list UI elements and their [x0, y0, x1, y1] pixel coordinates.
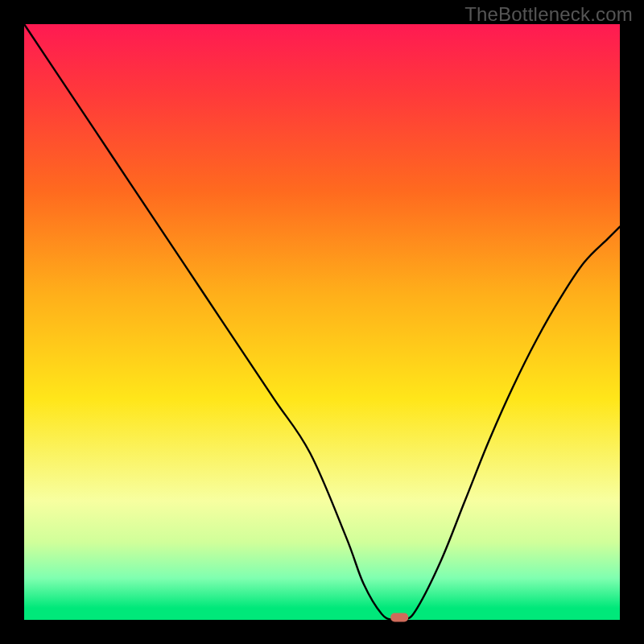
bottleneck-curve	[24, 24, 620, 621]
curve-layer	[24, 24, 620, 620]
watermark-text: TheBottleneck.com	[464, 3, 633, 26]
optimal-marker	[390, 613, 408, 622]
plot-area	[24, 24, 620, 620]
chart-container: { "watermark": "TheBottleneck.com", "cha…	[0, 0, 644, 644]
